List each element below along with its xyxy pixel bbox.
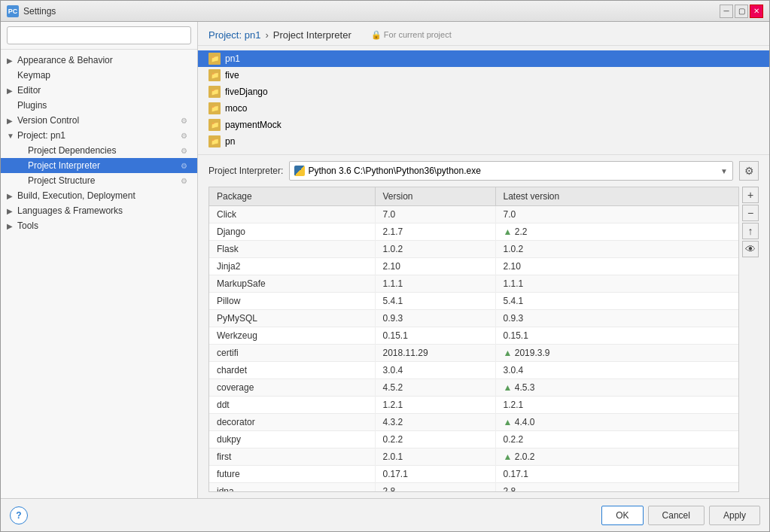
package-latest-version: 5.4.1 xyxy=(495,293,738,310)
sidebar-item-languages[interactable]: ▶ Languages & Frameworks xyxy=(1,203,197,218)
package-name: future xyxy=(209,466,375,483)
package-version: 4.3.2 xyxy=(375,414,495,431)
sidebar-item-tools[interactable]: ▶ Tools xyxy=(1,218,197,233)
col-latest: Latest version xyxy=(495,187,738,206)
project-item-fivedjango[interactable]: 📁 fiveDjango xyxy=(198,84,769,100)
package-version: 1.1.1 xyxy=(375,275,495,293)
table-row[interactable]: Click7.07.0 xyxy=(209,206,738,223)
add-package-button[interactable]: + xyxy=(742,187,759,203)
nav-tree: ▶ Appearance & Behavior Keymap ▶ Editor … xyxy=(1,50,197,498)
sidebar-item-appearance[interactable]: ▶ Appearance & Behavior xyxy=(1,53,197,68)
minimize-button[interactable]: ─ xyxy=(720,5,733,18)
table-row[interactable]: ddt1.2.11.2.1 xyxy=(209,397,738,414)
table-row[interactable]: Django2.1.7▲ 2.2 xyxy=(209,223,738,241)
folder-icon: 📁 xyxy=(208,135,221,147)
help-button[interactable]: ? xyxy=(10,506,28,524)
table-row[interactable]: Flask1.0.21.0.2 xyxy=(209,241,738,258)
table-row[interactable]: Jinja22.102.10 xyxy=(209,258,738,275)
project-item-paymentmock[interactable]: 📁 paymentMock xyxy=(198,117,769,133)
package-latest-version: 2.8 xyxy=(495,483,738,492)
sidebar-item-project-pn1[interactable]: ▼ Project: pn1 ⚙ xyxy=(1,128,197,143)
table-row[interactable]: MarkupSafe1.1.11.1.1 xyxy=(209,275,738,293)
package-version: 0.15.1 xyxy=(375,327,495,345)
package-latest-version: 0.2.2 xyxy=(495,431,738,448)
sidebar-item-version-control[interactable]: ▶ Version Control ⚙ xyxy=(1,113,197,128)
package-version: 4.5.2 xyxy=(375,379,495,397)
col-package: Package xyxy=(209,187,375,206)
package-version: 0.9.3 xyxy=(375,310,495,327)
package-version: 1.0.2 xyxy=(375,241,495,258)
package-version: 2.1.7 xyxy=(375,223,495,241)
remove-package-button[interactable]: − xyxy=(742,205,759,221)
expand-arrow: ▶ xyxy=(7,56,17,65)
package-name: first xyxy=(209,448,375,466)
project-item-pn[interactable]: 📁 pn xyxy=(198,133,769,150)
table-row[interactable]: first2.0.1▲ 2.0.2 xyxy=(209,448,738,466)
col-version: Version xyxy=(375,187,495,206)
package-latest-version: 1.0.2 xyxy=(495,241,738,258)
table-row[interactable]: decorator4.3.2▲ 4.4.0 xyxy=(209,414,738,431)
search-box: 🔍 xyxy=(1,22,197,50)
table-row[interactable]: Pillow5.4.15.4.1 xyxy=(209,293,738,310)
expand-arrow: ▶ xyxy=(7,192,17,200)
interpreter-row: Project Interpreter: Python 3.6 C:\Pytho… xyxy=(198,155,769,187)
sidebar-item-project-interpreter[interactable]: Project Interpreter ⚙ xyxy=(1,158,197,173)
restore-button[interactable]: ▢ xyxy=(735,5,748,18)
interpreter-settings-button[interactable]: ⚙ xyxy=(739,161,759,181)
project-tree: 📁 pn1 📁 five 📁 fiveDjango 📁 moco 📁 xyxy=(198,46,769,155)
package-version: 7.0 xyxy=(375,206,495,223)
sidebar-item-plugins[interactable]: Plugins xyxy=(1,98,197,113)
table-row[interactable]: chardet3.0.43.0.4 xyxy=(209,362,738,379)
settings-icon: ⚙ xyxy=(181,162,191,170)
interpreter-value: Python 3.6 C:\Python\Python36\python.exe xyxy=(308,166,716,176)
package-name: dukpy xyxy=(209,431,375,448)
apply-button[interactable]: Apply xyxy=(709,506,760,525)
for-current-project-label: 🔒 For current project xyxy=(371,30,452,40)
expand-arrow: ▶ xyxy=(7,222,17,230)
settings-icon: ⚙ xyxy=(181,132,191,140)
table-row[interactable]: future0.17.10.17.1 xyxy=(209,466,738,483)
search-input[interactable] xyxy=(7,26,191,44)
expand-arrow: ▼ xyxy=(7,132,17,140)
upgrade-package-button[interactable]: ↑ xyxy=(742,223,759,239)
table-row[interactable]: PyMySQL0.9.30.9.3 xyxy=(209,310,738,327)
table-row[interactable]: coverage4.5.2▲ 4.5.3 xyxy=(209,379,738,397)
package-latest-version: 0.15.1 xyxy=(495,327,738,345)
package-latest-version: 1.1.1 xyxy=(495,275,738,293)
package-table-container: Package Version Latest version Click7.07… xyxy=(208,187,739,492)
interpreter-select[interactable]: Python 3.6 C:\Python\Python36\python.exe… xyxy=(289,161,733,181)
project-item-moco[interactable]: 📁 moco xyxy=(198,100,769,117)
cancel-button[interactable]: Cancel xyxy=(648,506,705,525)
breadcrumb-project[interactable]: Project: pn1 xyxy=(208,29,260,41)
package-area: Package Version Latest version Click7.07… xyxy=(198,187,769,498)
package-latest-version: 2.10 xyxy=(495,258,738,275)
sidebar-item-keymap[interactable]: Keymap xyxy=(1,68,197,83)
package-latest-version: 1.2.1 xyxy=(495,397,738,414)
package-name: Flask xyxy=(209,241,375,258)
project-item-pn1[interactable]: 📁 pn1 xyxy=(198,50,769,67)
package-version: 1.2.1 xyxy=(375,397,495,414)
sidebar-item-build-execution[interactable]: ▶ Build, Execution, Deployment xyxy=(1,188,197,203)
package-name: Django xyxy=(209,223,375,241)
table-row[interactable]: idna2.82.8 xyxy=(209,483,738,492)
sidebar-item-project-structure[interactable]: Project Structure ⚙ xyxy=(1,173,197,188)
package-latest-version: ▲ 2019.3.9 xyxy=(495,345,738,362)
sidebar-item-project-dependencies[interactable]: Project Dependencies ⚙ xyxy=(1,143,197,158)
table-row[interactable]: dukpy0.2.20.2.2 xyxy=(209,431,738,448)
package-latest-version: ▲ 2.0.2 xyxy=(495,448,738,466)
package-version: 0.2.2 xyxy=(375,431,495,448)
table-row[interactable]: certifi2018.11.29▲ 2019.3.9 xyxy=(209,345,738,362)
folder-icon: 📁 xyxy=(208,53,221,65)
table-row[interactable]: Werkzeug0.15.10.15.1 xyxy=(209,327,738,345)
close-button[interactable]: ✕ xyxy=(750,5,763,18)
package-table: Package Version Latest version Click7.07… xyxy=(209,187,738,491)
package-latest-version: ▲ 4.4.0 xyxy=(495,414,738,431)
package-version: 3.0.4 xyxy=(375,362,495,379)
package-latest-version: 3.0.4 xyxy=(495,362,738,379)
app-icon: PC xyxy=(7,5,19,17)
sidebar-item-editor[interactable]: ▶ Editor xyxy=(1,83,197,98)
ok-button[interactable]: OK xyxy=(601,506,643,525)
eye-button[interactable]: 👁 xyxy=(742,241,759,257)
project-item-five[interactable]: 📁 five xyxy=(198,67,769,84)
folder-icon: 📁 xyxy=(208,69,221,81)
